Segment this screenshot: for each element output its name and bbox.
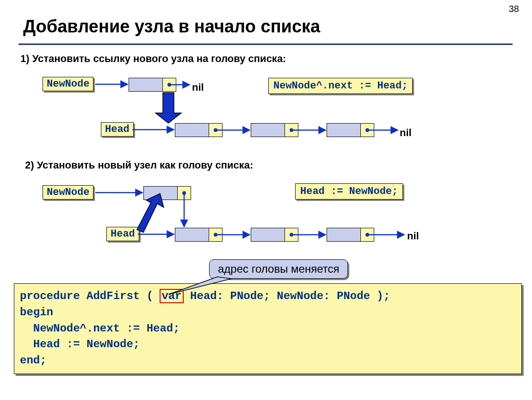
proc-l4: Head := NewNode;	[20, 338, 140, 350]
step2-heading: 2) Установить новый узел как голову спис…	[25, 159, 253, 171]
nil-label-1a: nil	[192, 81, 204, 94]
proc-l5: end;	[20, 354, 47, 367]
d1-n2	[251, 123, 298, 137]
label-head-2: Head	[106, 227, 139, 241]
title-underline	[19, 44, 513, 45]
proc-l3: NewNode^.next := Head;	[20, 322, 180, 335]
code-head-assign: Head := NewNode;	[295, 183, 403, 200]
nil-label-2: nil	[407, 230, 419, 242]
callout-address-changes: адрес головы меняется	[209, 259, 348, 279]
d2-newnode	[143, 186, 191, 200]
d2-n2	[251, 228, 298, 242]
d2-n3	[327, 228, 374, 242]
page-number: 38	[509, 4, 519, 14]
label-newnode-2: NewNode	[43, 185, 93, 200]
procedure-code: procedure AddFirst ( var Head: PNode; Ne…	[14, 283, 522, 374]
proc-l2: begin	[20, 306, 53, 319]
d1-n3	[327, 123, 374, 137]
d1-newnode	[129, 78, 176, 92]
slide-title: Добавление узла в начало списка	[23, 17, 320, 37]
label-newnode-1: NewNode	[43, 77, 93, 91]
label-head-1: Head	[101, 122, 134, 137]
proc-l1b: Head: PNode; NewNode: PNode );	[184, 290, 390, 302]
d2-n1	[175, 228, 223, 242]
proc-var-keyword: var	[160, 289, 183, 303]
d1-n1	[175, 123, 223, 137]
code-newnode-next: NewNode^.next := Head;	[268, 78, 413, 94]
nil-label-1b: nil	[400, 127, 412, 139]
proc-l1a: procedure AddFirst (	[20, 290, 160, 302]
step1-heading: 1) Установить ссылку нового узла на голо…	[20, 53, 286, 65]
